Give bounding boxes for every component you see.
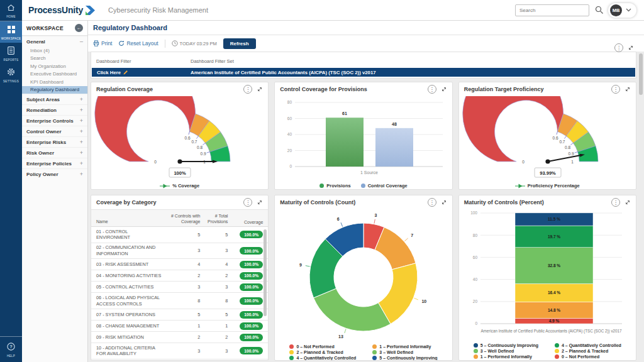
svg-text:40: 40 <box>287 132 292 136</box>
svg-text:?: ? <box>9 344 13 349</box>
sidebar-item-search[interactable]: Search <box>22 55 87 63</box>
sidebar-item-executive-dashboard[interactable]: Executive Dashboard <box>22 70 87 79</box>
reset-layout-button[interactable]: Reset Layout <box>118 40 158 47</box>
filter-set-value: American Institute of Certified Public A… <box>191 70 376 75</box>
settings-icon <box>7 67 15 79</box>
rail-item-help[interactable]: ?HELP <box>0 339 22 360</box>
sidebar-group-enterprise-policies[interactable]: Enterprise Policies+ <box>22 158 87 168</box>
table-row[interactable]: 03 - RISK ASSESSMENT44100.0% <box>91 258 268 270</box>
svg-text:19.7 %: 19.7 % <box>548 234 560 239</box>
svg-text:0.7: 0.7 <box>191 140 197 144</box>
card-menu-button[interactable]: ⋮ <box>611 85 620 94</box>
svg-text:100%: 100% <box>174 170 186 176</box>
sidebar-group-general[interactable]: General– <box>22 36 87 47</box>
card-maturity-percent: Maturity of Controls (Percent) ⋮ 0204060… <box>458 195 636 361</box>
expand-plus-icon: + <box>80 160 83 167</box>
card-menu-button[interactable]: ⋮ <box>243 198 252 207</box>
card-expand-button[interactable] <box>257 86 263 92</box>
table-row[interactable]: 10 - ADDITIONAL CRITERIA FOR AVAILABILIT… <box>91 343 268 359</box>
sidebar-group-policy-owner[interactable]: Policy Owner+ <box>22 168 87 179</box>
filter-click-here-link[interactable]: Click Here <box>97 70 128 75</box>
sidebar-group-subject-areas[interactable]: Subject Areas+ <box>22 94 87 104</box>
table-row[interactable]: 07 - SYSTEM OPERATIONS55100.0% <box>91 309 268 320</box>
sidebar-group-control-owner[interactable]: Control Owner+ <box>22 126 87 136</box>
sidebar-item-inbox-4[interactable]: Inbox (4) <box>22 47 87 55</box>
table-scrollbar[interactable] <box>264 229 267 316</box>
coverage-badge: 100.0% <box>240 247 263 255</box>
table-row[interactable]: 09 - RISK MITIGATION22100.0% <box>91 331 268 343</box>
rail-item-reports[interactable]: REPORTS <box>0 43 22 64</box>
card-expand-button[interactable] <box>625 86 631 92</box>
donut-slice[interactable] <box>314 288 391 331</box>
card-menu-button[interactable]: ⋮ <box>243 85 252 94</box>
table-row[interactable]: 08 - CHANGE MANAGEMENT11100.0% <box>91 320 268 331</box>
table-row[interactable]: 04 - MONITORING ACTIVITIES22100.0% <box>91 270 268 281</box>
svg-text:20: 20 <box>287 148 292 153</box>
card-menu-button[interactable]: ⋮ <box>611 198 620 207</box>
stacked-bar-legend: 5 – Continuously Improving4 – Quantitati… <box>459 343 636 359</box>
dashboard-filter-card: Dashboard Filter Dashboard Filter Set Cl… <box>91 52 636 79</box>
print-button[interactable]: Print <box>93 40 112 47</box>
card-title: Control Coverage for Provisions <box>280 86 427 92</box>
control-coverage-provisions-chart: 02040608061481 Source <box>275 96 452 180</box>
gauge-legend: Proficiency Percentage <box>459 183 636 189</box>
expand-plus-icon: + <box>80 171 83 177</box>
rail-item-home[interactable]: HOME <box>0 0 22 21</box>
sidebar-group-remediation[interactable]: Remediation+ <box>22 104 87 115</box>
rail-item-settings[interactable]: SETTINGS <box>0 64 22 85</box>
card-title: Maturity of Controls (Count) <box>280 199 427 206</box>
card-menu-button[interactable]: ⋮ <box>428 198 436 207</box>
search-icon[interactable] <box>595 6 604 14</box>
coverage-badge: 100.0% <box>240 347 263 354</box>
coverage-badge: 100.0% <box>240 322 263 330</box>
card-title: Maturity of Controls (Percent) <box>464 199 611 206</box>
svg-text:48: 48 <box>392 122 397 126</box>
table-header: Name# Controls with Coverage# Total Prov… <box>91 209 268 227</box>
card-expand-button[interactable] <box>441 199 447 206</box>
card-coverage-by-category: Coverage by Category ⋮ Name# Controls wi… <box>91 195 269 361</box>
filter-card-menu-button[interactable]: ⋮ <box>614 43 623 52</box>
sidebar-item-kpi-dashboard[interactable]: KPI Dashboard <box>22 78 87 86</box>
card-menu-button[interactable]: ⋮ <box>428 85 436 94</box>
card-expand-button[interactable] <box>441 86 447 92</box>
table-row[interactable]: 02 - COMMUNICATION AND INFORMATION33100.… <box>91 243 268 259</box>
table-row[interactable]: 01 - CONTROL ENVIRONMENT55100.0% <box>91 227 268 243</box>
sidebar-group-enterprise-controls[interactable]: Enterprise Controls+ <box>22 115 87 126</box>
card-title: Regulation Coverage <box>96 86 243 92</box>
table-row[interactable]: 06 - LOGICAL AND PHYSICAL ACCESS CONTROL… <box>91 292 268 309</box>
svg-text:60: 60 <box>287 116 292 121</box>
svg-text:13: 13 <box>338 334 343 339</box>
expand-plus-icon: + <box>80 139 83 145</box>
svg-text:14.8 %: 14.8 % <box>548 308 560 312</box>
search-input[interactable] <box>515 4 589 16</box>
svg-text:0: 0 <box>154 160 157 164</box>
sidebar-group-enterprise-risks[interactable]: Enterprise Risks+ <box>22 136 87 147</box>
sidebar-group-risk-owner[interactable]: Risk Owner+ <box>22 147 87 158</box>
maturity-of-controls-percent-chart: 0204060801004.9 %14.8 %16.4 %32.8 %19.7 … <box>459 209 636 339</box>
sidebar-item-regulatory-dashboard[interactable]: Regulatory Dashboard <box>22 86 87 94</box>
card-expand-button[interactable] <box>625 199 631 206</box>
rail-item-workspace[interactable]: WORKSPACE <box>0 21 22 43</box>
expand-plus-icon: + <box>80 96 83 102</box>
card-maturity-count: Maturity of Controls (Count) ⋮ 37101396 … <box>274 195 452 361</box>
table-row[interactable]: 11 - ADDITIONAL CRITERIA FOR CONFIDENTIA… <box>91 359 268 360</box>
svg-text:80: 80 <box>287 100 292 104</box>
app-title: Cybersecurity Risk Management <box>108 6 208 14</box>
card-title: Regulation Target Proficiency <box>464 86 611 92</box>
page-scrollbar[interactable] <box>639 53 643 95</box>
refresh-button[interactable]: Refresh <box>223 38 256 49</box>
processunity-logo: ProcessUnity <box>28 5 96 15</box>
card-expand-button[interactable] <box>257 199 263 206</box>
svg-text:4.9 %: 4.9 % <box>548 319 559 323</box>
filter-row[interactable]: Click Here American Institute of Certifi… <box>92 68 635 77</box>
sidebar-item-my-organization[interactable]: My Organization <box>22 62 87 70</box>
coverage-badge: 100.0% <box>240 261 263 268</box>
gauge-segment <box>462 96 563 162</box>
table-row[interactable]: 05 - CONTROL ACTIVITIES33100.0% <box>91 281 268 292</box>
regulation-target-proficiency-chart: 00.60.70.80.9193.99% <box>459 96 636 180</box>
sidebar-collapse-button[interactable]: ← <box>75 24 83 32</box>
coverage-badge: 100.0% <box>240 334 263 341</box>
user-menu[interactable]: MB <box>608 3 636 18</box>
filter-card-expand-button[interactable] <box>628 45 634 51</box>
card-target-proficiency: Regulation Target Proficiency ⋮ 00.60.70… <box>458 82 636 190</box>
